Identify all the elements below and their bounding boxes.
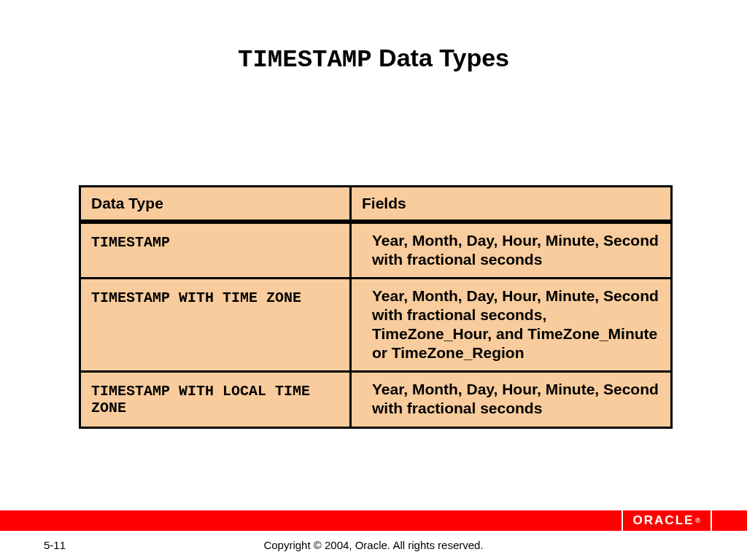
cell-data-type: TIMESTAMP WITH TIME ZONE xyxy=(81,277,352,370)
oracle-logo: ORACLE® xyxy=(622,510,712,531)
title-rest: Data Types xyxy=(372,44,509,71)
title-keyword: TIMESTAMP xyxy=(238,46,372,74)
slide-title: TIMESTAMP Data Types xyxy=(0,44,747,74)
cell-fields: Year, Month, Day, Hour, Minute, Second w… xyxy=(352,277,670,370)
table-row: TIMESTAMP WITH TIME ZONE Year, Month, Da… xyxy=(81,277,670,370)
page-number: 5-11 xyxy=(44,539,66,551)
header-fields: Fields xyxy=(352,187,670,224)
footer-copyright: Copyright © 2004, Oracle. All rights res… xyxy=(0,539,747,551)
registered-mark: ® xyxy=(695,517,700,524)
slide: TIMESTAMP Data Types Data Type Fields TI… xyxy=(0,0,747,560)
cell-fields: Year, Month, Day, Hour, Minute, Second w… xyxy=(352,224,670,277)
oracle-logo-text: ORACLE xyxy=(633,513,694,528)
cell-data-type: TIMESTAMP xyxy=(81,224,352,277)
cell-fields: Year, Month, Day, Hour, Minute, Second w… xyxy=(352,370,670,427)
timestamp-types-table: Data Type Fields TIMESTAMP Year, Month, … xyxy=(79,185,673,429)
table-row: TIMESTAMP WITH LOCAL TIME ZONE Year, Mon… xyxy=(81,370,670,427)
table-row: TIMESTAMP Year, Month, Day, Hour, Minute… xyxy=(81,224,670,277)
table-header-row: Data Type Fields xyxy=(81,187,670,224)
header-data-type: Data Type xyxy=(81,187,352,224)
cell-data-type: TIMESTAMP WITH LOCAL TIME ZONE xyxy=(81,370,352,427)
